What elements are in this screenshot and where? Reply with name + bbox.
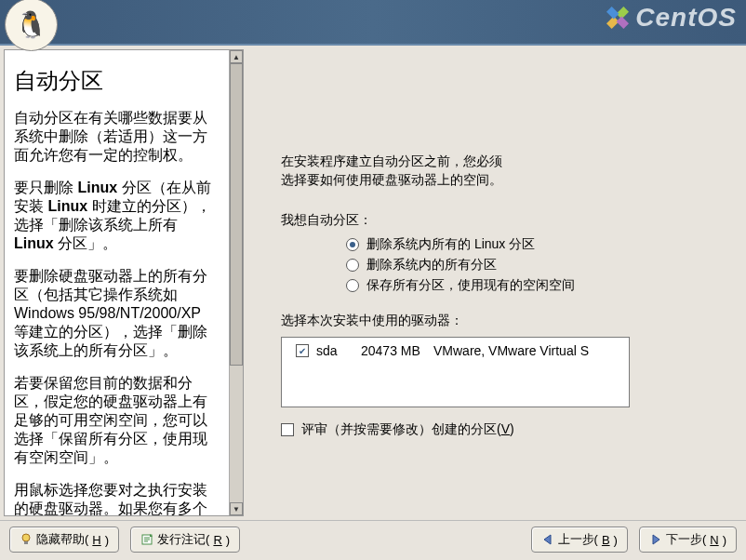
back-button[interactable]: 上一步(B) <box>531 527 628 553</box>
help-title: 自动分区 <box>14 67 220 95</box>
intro-text: 在安装程序建立自动分区之前，您必须 选择要如何使用硬盘驱动器上的空间。 <box>281 153 709 189</box>
radio-keep-all[interactable]: 保存所有分区，使用现有的空闲空间 <box>346 277 709 294</box>
help-paragraph: 用鼠标选择您要对之执行安装的硬盘驱动器。如果您有多个硬盘驱动器，您可以选择哪个（… <box>14 481 220 515</box>
help-paragraph: 要删除硬盘驱动器上的所有分区（包括其它操作系统如 Windows 95/98/N… <box>14 267 220 360</box>
footer-bar: 隐藏帮助(H) 发行注记(R) 上一步(B) 下一步(N) <box>0 520 746 558</box>
drive-name: sda <box>316 343 353 358</box>
svg-rect-2 <box>606 7 619 19</box>
centos-icon <box>604 4 632 32</box>
svg-rect-0 <box>617 7 629 19</box>
brand-text: CentOS <box>635 3 737 33</box>
radio-remove-all[interactable]: 删除系统内的所有分区 <box>346 257 709 273</box>
scroll-thumb[interactable] <box>230 63 243 366</box>
svg-rect-3 <box>617 17 629 29</box>
bulb-icon <box>20 533 33 546</box>
scroll-down-icon[interactable]: ▼ <box>230 502 243 515</box>
partition-radio-group: 删除系统内所有的 Linux 分区 删除系统内的所有分区 保存所有分区，使用现有… <box>346 236 709 294</box>
checkbox-icon[interactable] <box>281 423 294 436</box>
radio-label: 删除系统内所有的 Linux 分区 <box>366 236 535 253</box>
brand-area: CentOS <box>604 3 737 33</box>
drive-desc: VMware, VMware Virtual S <box>433 343 589 358</box>
next-button[interactable]: 下一步(N) <box>639 527 737 553</box>
hide-help-button[interactable]: 隐藏帮助(H) <box>9 527 119 553</box>
svg-rect-5 <box>24 541 28 544</box>
help-panel: 自动分区 自动分区在有关哪些数据要从系统中删除（若适用）这一方面允许您有一定的控… <box>4 49 244 516</box>
radio-remove-linux[interactable]: 删除系统内所有的 Linux 分区 <box>346 236 709 253</box>
arrow-right-icon <box>649 533 662 546</box>
tux-icon: 🐧 <box>5 0 58 51</box>
radio-icon[interactable] <box>346 259 359 272</box>
radio-label: 删除系统内的所有分区 <box>366 257 497 273</box>
drive-select-label: 选择本次安装中使用的驱动器： <box>281 313 709 329</box>
arrow-left-icon <box>541 533 554 546</box>
drive-size: 20473 MB <box>361 343 426 358</box>
partition-question: 我想自动分区： <box>281 212 709 229</box>
help-content: 自动分区 自动分区在有关哪些数据要从系统中删除（若适用）这一方面允许您有一定的控… <box>5 50 229 515</box>
scroll-up-icon[interactable]: ▲ <box>230 50 243 63</box>
help-paragraph: 若要保留您目前的数据和分区，假定您的硬盘驱动器上有足够的可用空闲空间，您可以选择… <box>14 374 220 467</box>
review-label: 评审（并按需要修改）创建的分区(V) <box>301 421 514 438</box>
review-checkbox-row[interactable]: 评审（并按需要修改）创建的分区(V) <box>281 421 709 438</box>
notes-icon <box>140 533 153 546</box>
header-bar: 🐧 CentOS <box>0 0 746 46</box>
checkbox-icon[interactable] <box>296 344 309 357</box>
radio-label: 保存所有分区，使用现有的空闲空间 <box>366 277 575 294</box>
help-scrollbar[interactable]: ▲ ▼ <box>229 50 243 515</box>
content-panel: 在安装程序建立自动分区之前，您必须 选择要如何使用硬盘驱动器上的空间。 我想自动… <box>244 46 746 520</box>
drive-list[interactable]: sda 20473 MB VMware, VMware Virtual S <box>281 337 630 407</box>
help-paragraph: 要只删除 Linux 分区（在从前安装 Linux 时建立的分区），选择「删除该… <box>14 179 220 253</box>
release-notes-button[interactable]: 发行注记(R) <box>130 527 240 553</box>
svg-rect-1 <box>606 17 619 29</box>
help-paragraph: 自动分区在有关哪些数据要从系统中删除（若适用）这一方面允许您有一定的控制权。 <box>14 109 220 165</box>
drive-row-sda[interactable]: sda 20473 MB VMware, VMware Virtual S <box>296 343 615 358</box>
radio-icon[interactable] <box>346 279 359 292</box>
svg-point-4 <box>22 534 30 541</box>
radio-icon[interactable] <box>346 238 359 251</box>
